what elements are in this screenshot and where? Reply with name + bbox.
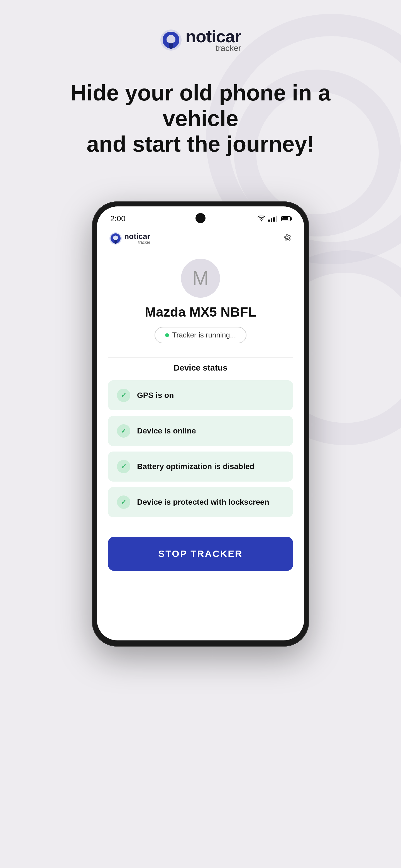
check-icon-lockscreen: ✓ [121, 498, 126, 506]
logo-tracker-text: tracker [216, 44, 241, 52]
status-item-lockscreen-text: Device is protected with lockscreen [137, 498, 269, 506]
status-icons [258, 216, 291, 222]
check-circle-battery: ✓ [117, 460, 130, 473]
device-status-section: Device status ✓ GPS is on ✓ Device is on… [97, 363, 304, 534]
phone-bottom-padding [97, 588, 304, 599]
vehicle-avatar-letter: M [192, 267, 209, 289]
check-circle-lockscreen: ✓ [117, 495, 130, 509]
vehicle-avatar: M [181, 259, 220, 298]
tracker-status-text: Tracker is running... [172, 331, 236, 339]
logo-icon [160, 29, 182, 51]
phone-screen: 2:00 [97, 207, 304, 641]
battery-icon [281, 216, 291, 221]
stop-tracker-label: STOP TRACKER [158, 548, 242, 559]
app-logo-noticar: noticar [124, 232, 150, 240]
app-logo-icon [109, 232, 122, 245]
top-logo-area: noticar tracker [160, 28, 241, 52]
signal-icon [268, 216, 277, 222]
check-icon-gps: ✓ [121, 392, 126, 399]
status-time: 2:00 [110, 214, 125, 223]
status-item-lockscreen: ✓ Device is protected with lockscreen [108, 487, 293, 517]
vehicle-name: Mazda MX5 NBFL [145, 304, 256, 320]
section-divider [108, 357, 293, 358]
status-item-online: ✓ Device is online [108, 416, 293, 446]
hero-line2: and start the journey! [87, 132, 314, 156]
hero-text: Hide your old phone in a vehicle and sta… [47, 80, 354, 157]
app-header: noticar tracker [97, 226, 304, 253]
check-icon-battery: ✓ [121, 463, 126, 470]
status-item-battery: ✓ Battery optimization is disabled [108, 452, 293, 482]
logo-text-group: noticar tracker [185, 28, 241, 52]
status-item-gps: ✓ GPS is on [108, 380, 293, 410]
tracker-status-badge: Tracker is running... [154, 327, 247, 343]
logo-container: noticar tracker [160, 28, 241, 52]
status-dot-green [165, 333, 169, 337]
settings-icon[interactable] [282, 232, 292, 245]
status-item-battery-text: Battery optimization is disabled [137, 462, 255, 471]
status-item-online-text: Device is online [137, 427, 196, 435]
check-circle-online: ✓ [117, 424, 130, 438]
device-status-title: Device status [108, 363, 293, 373]
phone-frame: 2:00 [92, 202, 309, 647]
camera-cutout [196, 213, 205, 223]
status-item-gps-text: GPS is on [137, 391, 174, 400]
check-icon-online: ✓ [121, 427, 126, 435]
status-bar: 2:00 [97, 207, 304, 226]
svg-point-1 [261, 220, 262, 221]
app-logo-text: noticar tracker [124, 232, 150, 244]
wifi-icon [258, 216, 265, 222]
logo-noticar-text: noticar [185, 28, 241, 45]
hero-line1: Hide your old phone in a vehicle [70, 81, 330, 131]
vehicle-section: M Mazda MX5 NBFL Tracker is running... [97, 253, 304, 352]
app-logo-small: noticar tracker [109, 232, 150, 245]
app-logo-tracker: tracker [138, 240, 150, 244]
phone-wrapper: 2:00 [92, 202, 309, 647]
stop-tracker-button[interactable]: STOP TRACKER [108, 537, 293, 571]
check-circle-gps: ✓ [117, 389, 130, 402]
